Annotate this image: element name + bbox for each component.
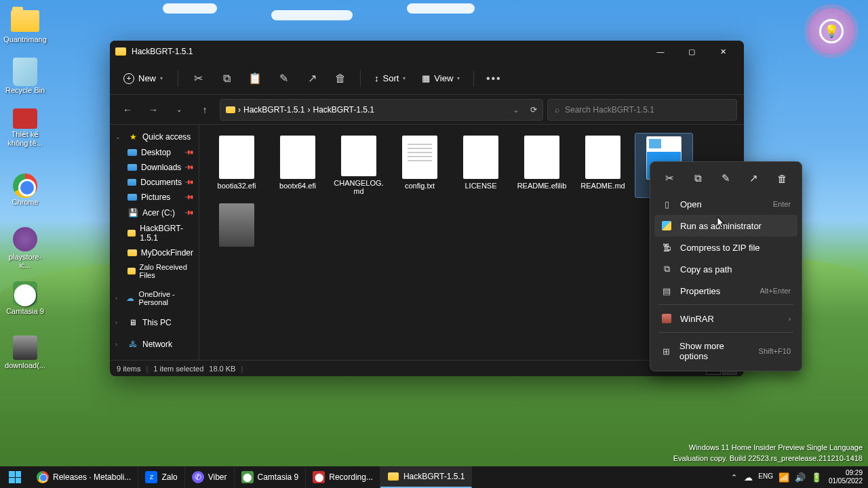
taskbar-item-recording[interactable]: ⬤ Recording...	[306, 466, 380, 488]
file-image[interactable]	[208, 201, 266, 266]
breadcrumb[interactable]: HackBGRT-1.5.1	[313, 105, 374, 115]
sidebar-onedrive[interactable]: ›☁OneDrive - Personal	[110, 287, 199, 309]
file-bootia32[interactable]: bootia32.efi	[208, 133, 266, 198]
language-tray-icon[interactable]: ENG	[758, 472, 773, 483]
file-name: config.txt	[405, 182, 435, 190]
tray-chevron-icon[interactable]: ⌃	[731, 473, 737, 482]
context-open[interactable]: ▯ Open Enter	[654, 193, 797, 215]
desktop-icon-recycle-bin[interactable]: Recycle Bin	[3, 58, 47, 94]
desktop-icon-camtasia[interactable]: ⬤ Camtasia 9	[3, 281, 47, 315]
delete-icon[interactable]: 🗑	[328, 66, 353, 91]
wifi-tray-icon[interactable]: 📶	[778, 472, 789, 483]
file-name: LICENSE	[465, 182, 496, 190]
delete-icon[interactable]: 🗑	[771, 169, 793, 188]
paste-icon[interactable]: 📋	[242, 66, 268, 91]
cut-icon[interactable]: ✂	[659, 169, 681, 188]
tray-clock[interactable]: 09:29 01/05/2022	[829, 469, 863, 485]
share-icon[interactable]: ↗	[299, 66, 325, 91]
sidebar-item-hackbgrt[interactable]: HackBGRT-1.5.1	[110, 221, 199, 245]
taskbar-label: Viber	[208, 472, 227, 482]
file-readme-efilib[interactable]: README.efilib	[513, 133, 571, 198]
sidebar-quick-access[interactable]: ⌄ ★ Quick access	[110, 129, 199, 145]
start-button[interactable]	[0, 466, 30, 488]
sidebar-label: MyDockFinder	[141, 248, 193, 258]
context-copy-path[interactable]: ⧉ Copy as path	[654, 258, 797, 280]
copy-icon[interactable]: ⧉	[687, 169, 709, 188]
up-button[interactable]: ↑	[194, 99, 216, 121]
desktop-icon-playstore[interactable]: playstore-ic...	[3, 227, 47, 269]
sidebar-item-pictures[interactable]: Pictures📌	[110, 190, 199, 205]
back-button[interactable]: ←	[117, 99, 138, 121]
sort-icon: ↕	[374, 73, 379, 83]
folder-icon	[127, 230, 136, 237]
context-label: Show more options	[679, 341, 751, 361]
cut-icon[interactable]: ✂	[185, 66, 211, 91]
maximize-button[interactable]: ▢	[676, 41, 707, 62]
rename-icon[interactable]: ✎	[715, 169, 736, 188]
file-config[interactable]: config.txt	[391, 133, 449, 198]
context-compress-zip[interactable]: 🗜 Compress to ZIP file	[654, 237, 797, 258]
forward-button[interactable]: →	[142, 99, 164, 121]
copy-icon[interactable]: ⧉	[214, 66, 239, 91]
taskbar-label: HackBGRT-1.5.1	[403, 472, 465, 481]
new-button[interactable]: + New ▾	[115, 69, 171, 88]
taskbar-item-chrome[interactable]: Releases · Metaboli...	[30, 466, 138, 488]
sidebar-item-zalo[interactable]: Zalo Received Files	[110, 260, 199, 282]
context-show-more[interactable]: ⊞ Show more options Shift+F10	[654, 336, 797, 367]
clouds	[136, 3, 800, 30]
taskbar-item-hackbgrt[interactable]: HackBGRT-1.5.1	[380, 466, 472, 488]
pin-icon: 📌	[184, 148, 195, 158]
context-iconbar: ✂ ⧉ ✎ ↗ 🗑	[654, 166, 797, 193]
desktop-icon-download[interactable]: download(...	[3, 336, 47, 369]
file-changelog[interactable]: CHANGELOG.md	[330, 133, 388, 198]
sidebar-item-desktop[interactable]: Desktop📌	[110, 145, 199, 160]
onedrive-tray-icon[interactable]: ☁	[744, 472, 753, 483]
refresh-button[interactable]: ⟳	[530, 105, 537, 115]
sidebar-item-documents[interactable]: Documents📌	[110, 175, 199, 190]
battery-tray-icon[interactable]: 🔋	[811, 472, 822, 483]
taskbar-item-zalo[interactable]: Z Zalo	[138, 466, 184, 488]
file-license[interactable]: LICENSE	[452, 133, 510, 198]
chevron-down-icon[interactable]: ⌄	[513, 105, 519, 115]
more-icon[interactable]: •••	[481, 66, 507, 91]
desktop-icon-thietke[interactable]: Thiết kế không tê...	[3, 108, 47, 147]
context-winrar[interactable]: WinRAR ›	[654, 308, 797, 329]
file-icon	[585, 136, 620, 179]
recent-button[interactable]: ⌄	[168, 99, 190, 121]
taskbar-item-camtasia[interactable]: ⬤ Camtasia 9	[235, 466, 307, 488]
sort-button[interactable]: ↕ Sort ▾	[368, 69, 412, 87]
file-bootx64[interactable]: bootx64.efi	[269, 133, 327, 198]
pin-icon: 📌	[184, 163, 195, 173]
titlebar[interactable]: HackBGRT-1.5.1 — ▢ ✕	[110, 41, 744, 62]
folder-icon	[127, 249, 137, 256]
minimize-button[interactable]: —	[645, 41, 676, 62]
sidebar-network[interactable]: ›🖧Network	[110, 336, 199, 352]
close-button[interactable]: ✕	[707, 41, 738, 62]
view-icon: ▦	[422, 73, 430, 83]
desktop-icon-chrome[interactable]: Chrome	[3, 174, 47, 206]
sidebar-item-mydockfinder[interactable]: MyDockFinder	[110, 245, 199, 260]
sidebar-item-acer[interactable]: 💾Acer (C:)📌	[110, 205, 199, 221]
context-properties[interactable]: ▤ Properties Alt+Enter	[654, 280, 797, 302]
sidebar-label: This PC	[142, 318, 172, 327]
search-input[interactable]: ⌕ Search HackBGRT-1.5.1	[547, 99, 737, 121]
address-bar[interactable]: › HackBGRT-1.5.1 › HackBGRT-1.5.1 ⌄ ⟳	[220, 99, 543, 121]
folder-icon	[11, 10, 39, 32]
context-run-as-admin[interactable]: Run as administrator	[654, 215, 797, 237]
context-shortcut: Shift+F10	[759, 347, 791, 355]
breadcrumb[interactable]: HackBGRT-1.5.1	[243, 105, 304, 115]
volume-tray-icon[interactable]: 🔊	[795, 472, 806, 483]
taskbar-item-viber[interactable]: ✆ Viber	[185, 466, 235, 488]
share-icon[interactable]: ↗	[743, 169, 765, 188]
sidebar-this-pc[interactable]: ›🖥This PC	[110, 314, 199, 331]
file-readme-md[interactable]: README.md	[574, 133, 632, 198]
sidebar-label: Desktop	[141, 148, 171, 157]
rename-icon[interactable]: ✎	[271, 66, 296, 91]
desktop-icon-quantrimang[interactable]: Quantrimang	[3, 7, 47, 43]
sidebar-label: OneDrive - Personal	[139, 290, 193, 306]
context-shortcut: Alt+Enter	[760, 287, 791, 295]
sort-label: Sort	[383, 73, 399, 83]
separator: |	[241, 365, 243, 373]
view-button[interactable]: ▦ View ▾	[415, 69, 467, 87]
sidebar-item-downloads[interactable]: Downloads📌	[110, 160, 199, 175]
